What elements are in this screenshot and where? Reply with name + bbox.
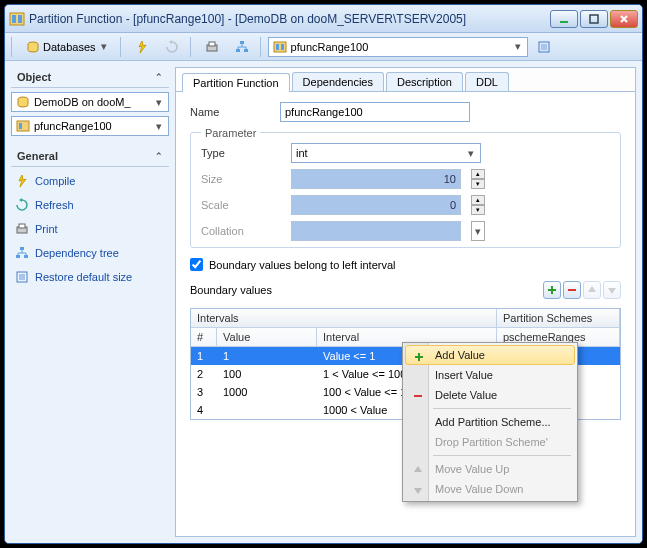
svg-rect-9 [236,49,240,52]
databases-label: Databases [43,41,96,53]
collation-field [291,221,461,241]
ctx-move-down: Move Value Down [405,479,575,499]
restore-size-link[interactable]: Restore default size [11,267,169,287]
name-label: Name [190,106,270,118]
app-icon [9,11,25,27]
left-interval-label: Boundary values belong to left interval [209,259,396,271]
collapse-icon[interactable]: ⌃ [155,72,163,82]
ctx-add-partition-scheme[interactable]: Add Partition Scheme... [405,412,575,432]
svg-rect-12 [276,44,279,50]
size-label: Size [201,173,281,185]
compile-link[interactable]: Compile [11,171,169,191]
collapse-icon[interactable]: ⌃ [155,151,163,161]
main-panel: Partition Function Dependencies Descript… [175,67,636,537]
scale-label: Scale [201,199,281,211]
svg-rect-23 [24,255,28,258]
compile-button[interactable] [128,37,156,57]
type-combo[interactable]: int▾ [291,143,481,163]
print-button[interactable] [198,37,226,57]
svg-rect-1 [12,15,16,23]
scale-field: 0 [291,195,461,215]
collation-label: Collation [201,225,281,237]
database-combo[interactable]: DemoDB on dooM_▾ [11,92,169,112]
app-window: Partition Function - [pfuncRange100] - [… [4,4,643,544]
databases-dropdown[interactable]: Databases ▾ [19,37,116,57]
svg-rect-22 [16,255,20,258]
titlebar: Partition Function - [pfuncRange100] - [… [5,5,642,33]
maximize-button[interactable] [580,10,608,28]
left-interval-checkbox[interactable] [190,258,203,271]
arrow-up-icon [410,462,426,478]
svg-rect-18 [19,123,22,129]
restore-size-button[interactable] [530,37,558,57]
tab-ddl[interactable]: DDL [465,72,509,91]
object-selector-value: pfuncRange100 [291,41,509,53]
object-header: Object ⌃ [11,67,169,88]
minus-icon [410,388,426,404]
tab-bar: Partition Function Dependencies Descript… [176,68,635,92]
svg-rect-21 [20,247,24,250]
arrow-down-icon [410,482,426,498]
parameter-group: Parameter Type int▾ Size 10 ▴▾ Scale [190,132,621,248]
add-value-button[interactable] [543,281,561,299]
tab-dependencies[interactable]: Dependencies [292,72,384,91]
sidebar: Object ⌃ DemoDB on dooM_▾ pfuncRange100▾… [5,61,175,543]
window-title: Partition Function - [pfuncRange100] - [… [29,12,550,26]
size-stepper: ▴▾ [471,169,485,189]
ctx-move-up: Move Value Up [405,459,575,479]
object-selector-combo[interactable]: pfuncRange100 ▾ [268,37,528,57]
dependency-tree-link[interactable]: Dependency tree [11,243,169,263]
svg-rect-10 [244,49,248,52]
close-button[interactable] [610,10,638,28]
svg-rect-4 [590,15,598,23]
svg-rect-17 [17,121,29,131]
toolbar: Databases ▾ pfuncRange100 ▾ [5,33,642,61]
move-up-button[interactable] [583,281,601,299]
ctx-delete-value[interactable]: Delete Value [405,385,575,405]
minimize-button[interactable] [550,10,578,28]
delete-value-button[interactable] [563,281,581,299]
general-header: General ⌃ [11,146,169,167]
type-label: Type [201,147,281,159]
ctx-add-value[interactable]: Add Value [405,345,575,365]
tab-partition-function[interactable]: Partition Function [182,73,290,92]
plus-icon [411,349,427,365]
context-menu: Add Value Insert Value Delete Value Add … [402,342,578,502]
scale-stepper: ▴▾ [471,195,485,215]
svg-rect-20 [19,224,25,228]
ctx-insert-value[interactable]: Insert Value [405,365,575,385]
tab-description[interactable]: Description [386,72,463,91]
dependency-tree-button[interactable] [228,37,256,57]
svg-rect-13 [281,44,284,50]
svg-rect-8 [240,41,244,44]
ctx-drop-partition-scheme: Drop Partition Scheme' [405,432,575,452]
refresh-link[interactable]: Refresh [11,195,169,215]
svg-rect-3 [560,21,568,23]
svg-rect-15 [541,44,547,50]
move-down-button[interactable] [603,281,621,299]
size-field: 10 [291,169,461,189]
svg-rect-7 [209,42,215,46]
svg-rect-25 [19,274,25,280]
boundary-values-label: Boundary values [190,284,272,296]
print-link[interactable]: Print [11,219,169,239]
grid-header: Intervals Partition Schemes [191,309,620,328]
object-combo[interactable]: pfuncRange100▾ [11,116,169,136]
svg-rect-11 [274,42,286,52]
refresh-button[interactable] [158,37,186,57]
name-input[interactable] [280,102,470,122]
svg-rect-2 [18,15,22,23]
